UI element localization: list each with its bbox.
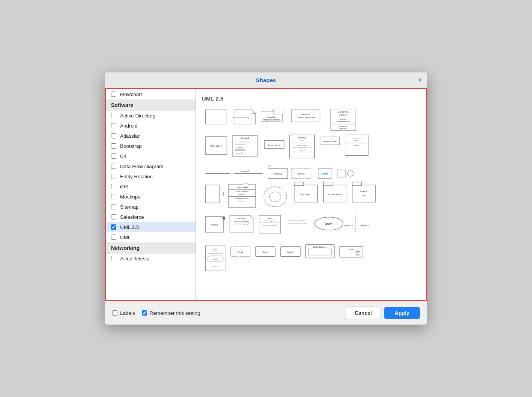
svg-text:Association1: Association1 [268, 144, 281, 146]
ios-checkbox[interactable] [111, 184, 116, 189]
item-mockups[interactable]: Mockups [106, 192, 195, 202]
svg-text:«stereotype1» stereotype2»...: «stereotype1» stereotype2»... [289, 220, 307, 221]
remember-checkbox[interactable] [142, 310, 147, 316]
atlassian-label: Atlassian [120, 133, 141, 139]
labels-label: Labels [120, 310, 135, 316]
svg-rect-55 [337, 170, 346, 177]
svg-rect-70 [294, 182, 304, 186]
active-directory-label: Active Directory [120, 113, 156, 119]
svg-text:Enum1: Enum1 [354, 139, 359, 141]
svg-text:interface2: interface2 [238, 200, 245, 202]
bootstrap-checkbox[interactable] [111, 143, 116, 149]
uml-label: UML [120, 235, 131, 240]
entity-relation-label: Entity Relation [120, 174, 153, 179]
svg-rect-3 [274, 109, 284, 114]
svg-text:Instance1: Instance1 [298, 137, 306, 139]
svg-text:State1: State1 [287, 251, 293, 253]
svg-rect-6 [292, 110, 320, 122]
c4-checkbox[interactable] [111, 153, 116, 159]
svg-text:Classifier1: Classifier1 [210, 145, 222, 147]
right-panel: UML 2.5 Comment1 body «template» Templat… [196, 89, 426, 300]
labels-option[interactable]: Labels [112, 310, 135, 316]
item-sitemap[interactable]: Sitemap [106, 202, 195, 212]
footer-options: Labels Remember this setting [112, 310, 342, 316]
svg-text:property1: property1 [237, 147, 243, 148]
dialog-body: Flowchart Software Active Directory Andr… [105, 88, 427, 301]
svg-text:provided interfaces:: provided interfaces: [235, 191, 249, 192]
svg-text:State1: State1 [213, 248, 218, 250]
item-bootstrap[interactable]: Bootstrap [106, 141, 195, 151]
svg-text:internal structure: internal structure [297, 145, 307, 146]
preview-title: UML 2.5 [202, 95, 420, 102]
allied-telesis-label: Allied Telesis [120, 256, 149, 262]
svg-text:Package1: Package1 [301, 193, 310, 195]
close-button[interactable]: × [418, 77, 422, 83]
dialog-title: Shapes [256, 77, 276, 83]
labels-checkbox[interactable] [112, 310, 117, 316]
svg-text:Behaviour1: Behaviour1 [212, 250, 219, 252]
svg-text:Property1: Property1 [297, 173, 305, 175]
uml25-checkbox[interactable] [111, 224, 116, 230]
svg-text:inherited attribute2: inherited attribute2 [337, 120, 350, 122]
svg-text:stereotype property 2: stereotype property 2 [234, 223, 249, 225]
salesforce-checkbox[interactable] [111, 214, 116, 220]
svg-rect-57 [206, 185, 220, 203]
item-uml[interactable]: UML [106, 232, 195, 242]
android-checkbox[interactable] [111, 123, 116, 128]
item-ios[interactable]: iOS [106, 182, 195, 192]
svg-text:Region 1: Region 1 [344, 224, 353, 227]
remember-label: Remember this setting [150, 310, 200, 316]
shapes-dialog: Shapes × Flowchart Software Active Direc… [105, 72, 427, 325]
left-panel: Flowchart Software Active Directory Andr… [106, 89, 196, 300]
item-active-directory[interactable]: Active Directory [106, 111, 195, 121]
svg-text:operations1: operations1 [339, 125, 348, 127]
svg-rect-60 [243, 183, 248, 187]
svg-text:Template parameter 1: Template parameter 1 [263, 119, 281, 121]
svg-text:Region 2: Region 2 [361, 224, 369, 227]
item-salesforce[interactable]: Salesforce [106, 212, 195, 222]
svg-text:icon: icon [325, 222, 333, 226]
svg-text:Instance2: Instance2 [212, 266, 218, 268]
svg-text:«stereotype 1»: «stereotype 1» [264, 220, 275, 222]
item-c4[interactable]: C4 [106, 151, 195, 161]
mockups-checkbox[interactable] [111, 194, 116, 199]
uml-checkbox[interactable] [111, 235, 116, 240]
data-flow-label: Data Flow Diagram [120, 164, 164, 169]
ios-label: iOS [120, 184, 129, 189]
apply-button[interactable]: Apply [384, 307, 420, 319]
svg-text:Instance2: Instance2 [241, 170, 249, 172]
allied-telesis-checkbox[interactable] [111, 256, 116, 261]
item-data-flow[interactable]: Data Flow Diagram [106, 161, 195, 171]
svg-text:Comment1 body: Comment1 body [233, 116, 249, 119]
svg-text:property2: property2 [237, 152, 243, 154]
svg-text:Model1: Model1 [211, 224, 218, 226]
svg-text:literal1: literal1 [354, 144, 359, 146]
svg-text:«component»: «component» [338, 111, 349, 113]
item-allied-telesis[interactable]: Allied Telesis [106, 254, 195, 264]
sitemap-checkbox[interactable] [111, 204, 116, 209]
c4-label: C4 [120, 153, 126, 159]
svg-text:attribute1: attribute1 [340, 118, 347, 120]
flowchart-item[interactable]: Flowchart [106, 89, 195, 99]
item-android[interactable]: Android [106, 121, 195, 131]
svg-text:«keyword»: «keyword» [301, 113, 310, 115]
mockups-label: Mockups [120, 194, 140, 200]
svg-text:operation2: operation2 [340, 128, 347, 129]
item-entity-relation[interactable]: Entity Relation [106, 171, 195, 182]
svg-text:stereotype property 1: stereotype property 1 [234, 220, 249, 222]
svg-point-56 [347, 171, 353, 176]
item-uml25[interactable]: UML 2.5 [106, 222, 195, 232]
entity-relation-checkbox[interactable] [111, 174, 116, 179]
cancel-button[interactable]: Cancel [346, 307, 380, 319]
bootstrap-label: Bootstrap [120, 143, 142, 149]
active-directory-checkbox[interactable] [111, 113, 116, 118]
flowchart-checkbox[interactable] [111, 92, 116, 97]
item-atlassian[interactable]: Atlassian [106, 131, 195, 141]
salesforce-label: Salesforce [120, 214, 144, 220]
data-flow-checkbox[interactable] [111, 164, 116, 169]
atlassian-checkbox[interactable] [111, 133, 116, 138]
svg-text:Classifier1: Classifier1 [240, 137, 249, 139]
svg-text:slot1: slot1 [301, 140, 304, 141]
svg-text:0..1: 0..1 [268, 165, 271, 167]
remember-option[interactable]: Remember this setting [142, 310, 200, 316]
